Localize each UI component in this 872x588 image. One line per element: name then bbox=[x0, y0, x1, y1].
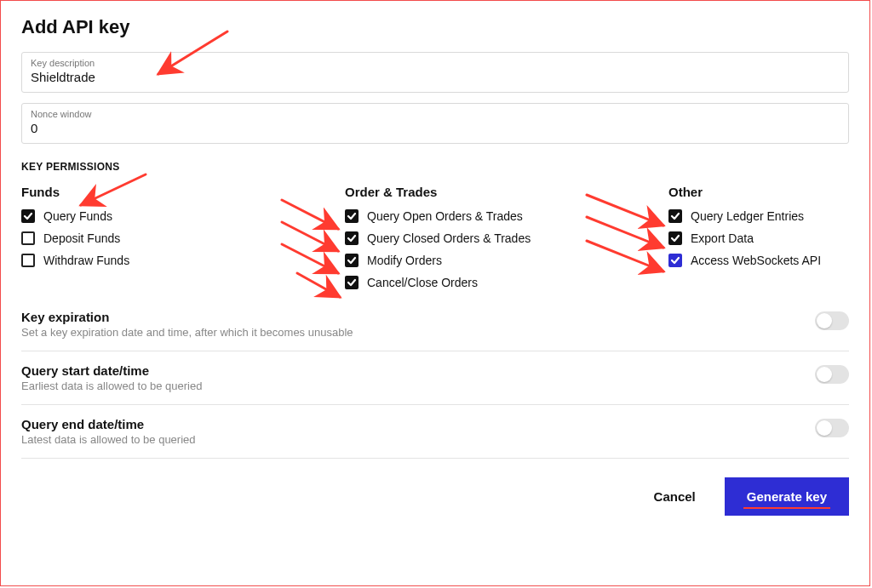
key-description-input[interactable] bbox=[31, 70, 840, 84]
checkbox-label: Query Open Orders & Trades bbox=[367, 209, 523, 223]
nonce-window-field[interactable]: Nonce window bbox=[21, 103, 849, 144]
setting-query-start-title: Query start date/time bbox=[21, 363, 202, 378]
checkbox-row-orders[interactable]: Cancel/Close Orders bbox=[345, 276, 668, 289]
cancel-button[interactable]: Cancel bbox=[649, 481, 701, 512]
permissions-col-other: Other Query Ledger EntriesExport DataAcc… bbox=[668, 185, 856, 289]
permissions-columns: Funds Query FundsDeposit FundsWithdraw F… bbox=[21, 185, 849, 289]
checkbox-label: Deposit Funds bbox=[43, 231, 120, 245]
setting-query-end-desc: Latest data is allowed to be queried bbox=[21, 433, 196, 446]
permissions-col-funds: Funds Query FundsDeposit FundsWithdraw F… bbox=[21, 185, 345, 289]
setting-query-start: Query start date/time Earliest data is a… bbox=[21, 351, 849, 405]
checkbox-label: Export Data bbox=[691, 231, 754, 245]
checkbox-label: Query Funds bbox=[43, 209, 112, 223]
checkbox-icon[interactable] bbox=[345, 231, 359, 245]
checkbox-label: Query Closed Orders & Trades bbox=[367, 231, 531, 245]
setting-query-end: Query end date/time Latest data is allow… bbox=[21, 405, 849, 459]
checkbox-row-orders[interactable]: Modify Orders bbox=[345, 254, 668, 267]
checkbox-row-funds[interactable]: Withdraw Funds bbox=[21, 254, 345, 267]
checkbox-icon[interactable] bbox=[668, 209, 682, 223]
checkbox-row-orders[interactable]: Query Open Orders & Trades bbox=[345, 209, 668, 223]
nonce-window-input[interactable] bbox=[31, 121, 840, 135]
checkbox-label: Modify Orders bbox=[367, 254, 442, 267]
toggle-query-end[interactable] bbox=[815, 419, 849, 437]
permissions-funds-title: Funds bbox=[21, 185, 345, 199]
checkbox-icon[interactable] bbox=[345, 276, 359, 289]
permissions-header: KEY PERMISSIONS bbox=[21, 161, 849, 173]
setting-key-expiration-title: Key expiration bbox=[21, 310, 353, 324]
checkbox-row-orders[interactable]: Query Closed Orders & Trades bbox=[345, 231, 668, 245]
checkbox-row-funds[interactable]: Query Funds bbox=[21, 209, 345, 223]
generate-key-label: Generate key bbox=[747, 489, 827, 504]
checkbox-row-other[interactable]: Export Data bbox=[668, 231, 856, 245]
checkbox-label: Access WebSockets API bbox=[691, 254, 821, 267]
checkbox-icon[interactable] bbox=[345, 209, 359, 223]
checkbox-icon[interactable] bbox=[21, 231, 35, 245]
checkbox-icon[interactable] bbox=[668, 254, 682, 267]
checkbox-label: Cancel/Close Orders bbox=[367, 276, 478, 289]
permissions-orders-title: Order & Trades bbox=[345, 185, 668, 199]
toggle-key-expiration[interactable] bbox=[815, 311, 849, 330]
checkbox-icon[interactable] bbox=[21, 209, 35, 223]
screenshot-frame: Add API key Key description Nonce window… bbox=[0, 0, 870, 586]
permissions-col-orders: Order & Trades Query Open Orders & Trade… bbox=[345, 185, 668, 289]
key-description-label: Key description bbox=[31, 58, 840, 68]
setting-query-start-desc: Earliest data is allowed to be queried bbox=[21, 380, 202, 392]
dialog-actions: Cancel Generate key bbox=[21, 459, 849, 528]
checkbox-row-other[interactable]: Access WebSockets API bbox=[668, 254, 856, 267]
setting-query-end-title: Query end date/time bbox=[21, 417, 196, 431]
checkbox-icon[interactable] bbox=[668, 231, 682, 245]
checkbox-row-funds[interactable]: Deposit Funds bbox=[21, 231, 345, 245]
permissions-other-title: Other bbox=[668, 185, 856, 199]
checkbox-row-other[interactable]: Query Ledger Entries bbox=[668, 209, 856, 223]
setting-key-expiration-desc: Set a key expiration date and time, afte… bbox=[21, 326, 353, 339]
page-title: Add API key bbox=[21, 16, 849, 38]
checkbox-icon[interactable] bbox=[21, 254, 35, 267]
generate-key-button[interactable]: Generate key bbox=[725, 477, 849, 516]
setting-key-expiration: Key expiration Set a key expiration date… bbox=[21, 298, 849, 351]
annotation-underline bbox=[743, 507, 830, 509]
checkbox-label: Query Ledger Entries bbox=[691, 209, 804, 223]
checkbox-icon[interactable] bbox=[345, 254, 359, 267]
nonce-window-label: Nonce window bbox=[31, 109, 840, 119]
key-description-field[interactable]: Key description bbox=[21, 52, 849, 93]
checkbox-label: Withdraw Funds bbox=[43, 254, 129, 267]
toggle-query-start[interactable] bbox=[815, 365, 849, 384]
